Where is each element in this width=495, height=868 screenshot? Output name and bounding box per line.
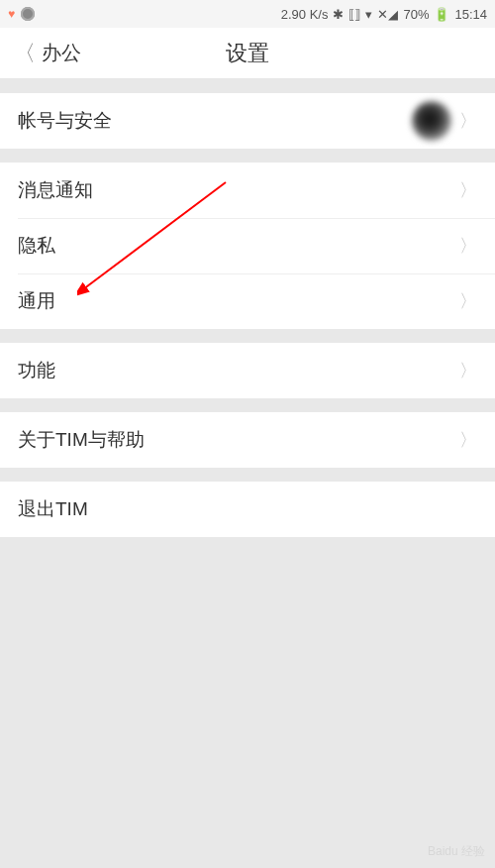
row-account-security[interactable]: 帐号与安全 〉 bbox=[0, 93, 495, 149]
chevron-right-icon: 〉 bbox=[459, 289, 477, 313]
section-features: 功能 〉 bbox=[0, 343, 495, 398]
row-label: 通用 bbox=[18, 288, 459, 314]
avatar bbox=[412, 101, 451, 141]
chevron-left-icon: 〈 bbox=[14, 39, 36, 68]
row-label: 隐私 bbox=[18, 233, 459, 259]
signal-icon: ✕◢ bbox=[377, 7, 398, 22]
chevron-right-icon: 〉 bbox=[459, 178, 477, 202]
clock: 15:14 bbox=[454, 7, 487, 22]
chevron-right-icon: 〉 bbox=[459, 428, 477, 452]
section-account: 帐号与安全 〉 bbox=[0, 93, 495, 149]
row-label: 帐号与安全 bbox=[18, 108, 412, 134]
row-label: 关于TIM与帮助 bbox=[18, 427, 459, 453]
status-bar: ♥ 2.90 K/s ✱ ⟦⟧ ▾ ✕◢ 70% 🔋 15:14 bbox=[0, 0, 495, 28]
row-logout[interactable]: 退出TIM bbox=[0, 482, 495, 537]
back-label: 办公 bbox=[42, 40, 81, 66]
section-about: 关于TIM与帮助 〉 bbox=[0, 412, 495, 468]
section-logout: 退出TIM bbox=[0, 482, 495, 537]
nav-header: 〈 办公 设置 bbox=[0, 28, 495, 79]
row-privacy[interactable]: 隐私 〉 bbox=[0, 218, 495, 273]
net-speed: 2.90 K/s bbox=[281, 7, 329, 22]
row-general[interactable]: 通用 〉 bbox=[0, 273, 495, 329]
battery-percent: 70% bbox=[403, 7, 429, 22]
row-label: 消息通知 bbox=[18, 177, 459, 203]
row-label: 功能 bbox=[18, 358, 459, 383]
chevron-right-icon: 〉 bbox=[459, 109, 477, 133]
section-prefs: 消息通知 〉 隐私 〉 通用 〉 bbox=[0, 163, 495, 329]
row-about[interactable]: 关于TIM与帮助 〉 bbox=[0, 412, 495, 468]
wifi-icon: ▾ bbox=[365, 7, 372, 22]
chevron-right-icon: 〉 bbox=[459, 359, 477, 382]
back-button[interactable]: 〈 办公 bbox=[14, 39, 81, 68]
watermark: Baidu 经验 bbox=[428, 843, 485, 860]
circle-icon bbox=[21, 7, 35, 21]
chevron-right-icon: 〉 bbox=[459, 234, 477, 258]
row-notifications[interactable]: 消息通知 〉 bbox=[0, 163, 495, 218]
row-features[interactable]: 功能 〉 bbox=[0, 343, 495, 398]
battery-icon: 🔋 bbox=[434, 7, 449, 22]
vibrate-icon: ⟦⟧ bbox=[348, 7, 360, 22]
bluetooth-icon: ✱ bbox=[333, 7, 344, 22]
heart-icon: ♥ bbox=[8, 7, 15, 21]
row-label: 退出TIM bbox=[18, 496, 477, 522]
